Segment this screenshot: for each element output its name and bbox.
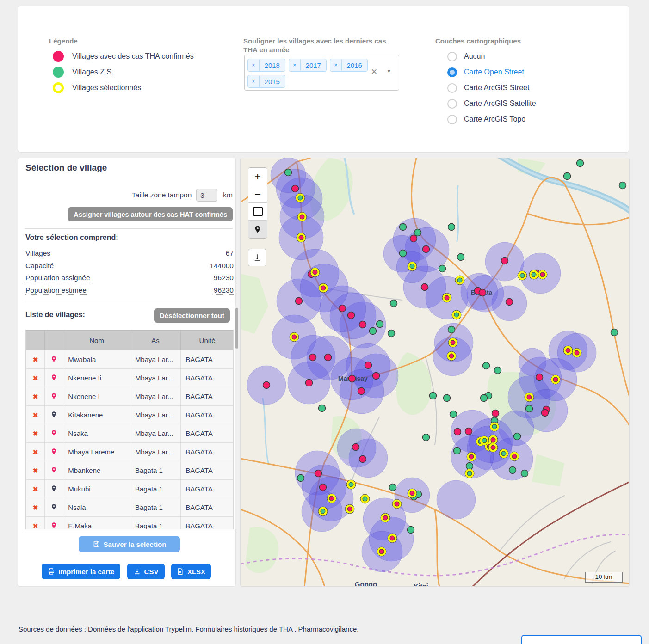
zs-village-dot[interactable] bbox=[521, 470, 528, 477]
zs-village-dot[interactable] bbox=[377, 321, 383, 328]
remove-village-icon[interactable]: ✖ bbox=[26, 369, 45, 387]
clear-years-icon[interactable]: ✕ bbox=[371, 67, 377, 77]
year-chip[interactable]: ×2016 bbox=[330, 59, 368, 72]
pin-icon[interactable] bbox=[50, 429, 57, 437]
tha-case-village-dot[interactable] bbox=[263, 382, 270, 389]
tha-case-village-dot[interactable] bbox=[347, 507, 352, 511]
locate-village-button[interactable] bbox=[45, 517, 63, 530]
pin-icon[interactable] bbox=[50, 485, 57, 492]
remove-village-icon[interactable]: ✖ bbox=[26, 480, 45, 498]
zs-village-dot[interactable] bbox=[363, 497, 367, 501]
tha-case-village-dot[interactable] bbox=[512, 454, 517, 459]
tha-case-village-dot[interactable] bbox=[379, 549, 384, 554]
tha-case-village-dot[interactable] bbox=[492, 410, 499, 417]
assign-villages-button[interactable]: Assigner villages autour des cas HAT con… bbox=[68, 207, 233, 221]
radio-icon[interactable] bbox=[447, 99, 457, 109]
remove-village-icon[interactable]: ✖ bbox=[26, 406, 45, 424]
zs-village-dot[interactable] bbox=[509, 467, 516, 474]
tha-case-village-dot[interactable] bbox=[491, 445, 495, 450]
zs-village-dot[interactable] bbox=[400, 224, 407, 231]
print-map-button[interactable]: Imprimer la carte bbox=[42, 564, 120, 579]
tha-case-village-dot[interactable] bbox=[383, 515, 388, 520]
tha-case-village-dot[interactable] bbox=[325, 354, 332, 361]
tha-case-village-dot[interactable] bbox=[421, 284, 428, 291]
zs-village-dot[interactable] bbox=[457, 278, 462, 282]
remove-year-icon[interactable]: × bbox=[248, 60, 260, 71]
zs-village-dot[interactable] bbox=[414, 229, 421, 236]
tha-case-village-dot[interactable] bbox=[300, 215, 304, 219]
zs-village-dot[interactable] bbox=[457, 254, 464, 261]
remove-village-icon[interactable]: ✖ bbox=[26, 387, 45, 406]
tha-case-village-dot[interactable] bbox=[410, 235, 417, 242]
pin-icon[interactable] bbox=[50, 448, 57, 455]
tha-case-village-dot[interactable] bbox=[395, 502, 399, 506]
tha-case-village-dot[interactable] bbox=[349, 375, 356, 382]
zs-village-dot[interactable] bbox=[454, 313, 459, 317]
zs-village-dot[interactable] bbox=[389, 484, 396, 491]
layer-option-carte-arcgis-satellite[interactable]: Carte ArcGIS Satellite bbox=[447, 96, 536, 111]
tha-case-village-dot[interactable] bbox=[423, 246, 430, 253]
zs-village-dot[interactable] bbox=[454, 448, 461, 454]
tha-case-village-dot[interactable] bbox=[501, 258, 508, 264]
tha-case-village-dot[interactable] bbox=[365, 362, 372, 369]
radio-icon[interactable] bbox=[447, 83, 457, 93]
tha-case-village-dot[interactable] bbox=[373, 373, 380, 380]
layer-option-carte-arcgis-street[interactable]: Carte ArcGIS Street bbox=[447, 80, 536, 96]
zoom-out-button[interactable]: − bbox=[248, 185, 267, 203]
remove-village-icon[interactable]: ✖ bbox=[26, 424, 45, 443]
zs-village-dot[interactable] bbox=[297, 475, 304, 482]
tha-case-village-dot[interactable] bbox=[339, 305, 346, 312]
zs-village-dot[interactable] bbox=[611, 329, 618, 336]
locate-village-button[interactable] bbox=[45, 387, 63, 406]
zs-village-dot[interactable] bbox=[349, 482, 353, 487]
zs-village-dot[interactable] bbox=[423, 434, 430, 441]
zs-village-dot[interactable] bbox=[439, 265, 446, 272]
tha-case-village-dot[interactable] bbox=[299, 235, 303, 240]
zs-village-dot[interactable] bbox=[481, 395, 488, 402]
zs-village-dot[interactable] bbox=[444, 395, 451, 402]
remove-village-icon[interactable]: ✖ bbox=[26, 461, 45, 480]
remove-village-icon[interactable]: ✖ bbox=[26, 350, 45, 369]
radio-icon[interactable] bbox=[447, 67, 457, 77]
zs-village-dot[interactable] bbox=[466, 463, 473, 470]
buffer-size-input[interactable] bbox=[196, 189, 217, 202]
tha-case-village-dot[interactable] bbox=[296, 298, 303, 305]
zs-village-dot[interactable] bbox=[400, 250, 407, 257]
tha-case-village-dot[interactable] bbox=[451, 340, 455, 345]
remove-village-icon[interactable]: ✖ bbox=[26, 498, 45, 517]
list-scrollbar[interactable] bbox=[235, 305, 238, 530]
save-selection-button[interactable]: Sauver la selection bbox=[79, 536, 180, 552]
zs-village-dot[interactable] bbox=[564, 173, 571, 180]
tha-case-village-dot[interactable] bbox=[313, 270, 317, 275]
locate-village-button[interactable] bbox=[45, 406, 63, 424]
year-filter-select[interactable]: ×2018×2017×2016×2015 ✕ ▾ bbox=[244, 55, 399, 91]
tha-case-village-dot[interactable] bbox=[292, 335, 297, 339]
zs-village-dot[interactable] bbox=[430, 393, 437, 399]
tha-case-village-dot[interactable] bbox=[321, 286, 326, 290]
tha-case-village-dot[interactable] bbox=[536, 374, 543, 381]
radio-icon[interactable] bbox=[447, 52, 457, 61]
tha-case-village-dot[interactable] bbox=[469, 454, 474, 459]
box-select-button[interactable] bbox=[248, 203, 267, 221]
list-scrollbar-thumb[interactable] bbox=[235, 308, 238, 349]
zs-village-dot[interactable] bbox=[619, 182, 626, 189]
zs-village-dot[interactable] bbox=[526, 405, 533, 412]
zs-village-dot[interactable] bbox=[370, 328, 377, 335]
tha-case-village-dot[interactable] bbox=[292, 185, 299, 192]
zs-village-dot[interactable] bbox=[501, 451, 506, 456]
zs-village-dot[interactable] bbox=[492, 424, 497, 429]
tha-case-village-dot[interactable] bbox=[445, 295, 449, 300]
tha-case-village-dot[interactable] bbox=[315, 470, 322, 477]
tha-case-village-dot[interactable] bbox=[465, 428, 472, 435]
zs-village-dot[interactable] bbox=[390, 300, 397, 307]
layer-option-aucun[interactable]: Aucun bbox=[447, 49, 536, 64]
pin-icon[interactable] bbox=[50, 374, 57, 381]
pin-icon[interactable] bbox=[50, 503, 57, 511]
year-chip[interactable]: ×2015 bbox=[247, 75, 285, 88]
zs-village-dot[interactable] bbox=[483, 362, 490, 369]
remove-village-icon[interactable]: ✖ bbox=[26, 443, 45, 461]
pin-icon[interactable] bbox=[50, 355, 57, 363]
remove-year-icon[interactable]: × bbox=[248, 76, 260, 87]
locate-village-button[interactable] bbox=[45, 424, 63, 443]
tha-case-village-dot[interactable] bbox=[540, 272, 545, 277]
